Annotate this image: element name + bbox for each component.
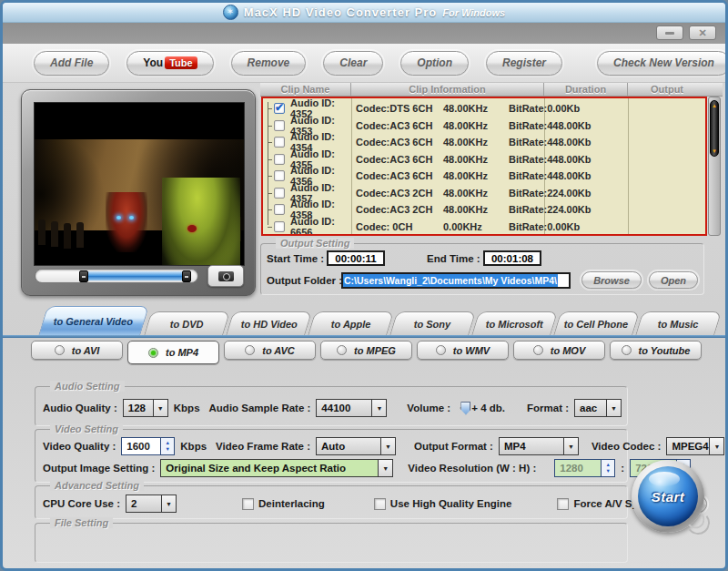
format-tab-label: to AVC bbox=[262, 345, 294, 356]
tab-label: to HD Video bbox=[240, 319, 297, 330]
tab-to-cell-phone[interactable]: to Cell Phone bbox=[553, 311, 640, 336]
minimize-button[interactable] bbox=[656, 25, 683, 40]
chevron-down-icon[interactable] bbox=[563, 438, 578, 454]
remove-button[interactable]: Remove bbox=[231, 51, 307, 76]
spinner-arrows-icon[interactable]: ▲▼ bbox=[601, 460, 614, 476]
frame-rate-dropdown[interactable]: Auto bbox=[316, 437, 396, 455]
sample-rate-dropdown[interactable]: 44100 bbox=[316, 399, 387, 417]
add-file-button[interactable]: Add File bbox=[34, 51, 109, 76]
volume-slider[interactable] bbox=[460, 407, 462, 410]
header-clip-information[interactable]: Clip Information bbox=[351, 83, 544, 96]
format-tab-label: to MOV bbox=[551, 345, 586, 356]
tab-to-microsoft[interactable]: to Microsoft bbox=[471, 311, 558, 336]
format-tab-to-mov[interactable]: to MOV bbox=[513, 341, 605, 360]
tab-label: to Cell Phone bbox=[564, 319, 628, 330]
clip-list-header: Clip Name Clip Information Duration Outp… bbox=[260, 83, 723, 97]
clip-codec: Codec:AC3 6CH bbox=[356, 170, 443, 181]
list-scrollbar[interactable]: ▲ ▼ bbox=[708, 97, 721, 236]
header-clip-name[interactable]: Clip Name bbox=[260, 83, 351, 96]
tab-to-dvd[interactable]: to DVD bbox=[144, 311, 230, 336]
audio-format-dropdown[interactable]: aac bbox=[574, 399, 622, 417]
output-format-dropdown[interactable]: MP4 bbox=[499, 437, 579, 455]
tab-to-sony[interactable]: to Sony bbox=[389, 311, 476, 336]
chevron-down-icon[interactable] bbox=[378, 460, 392, 476]
trim-slider[interactable] bbox=[35, 269, 198, 283]
cpu-core-dropdown[interactable]: 2 bbox=[126, 495, 177, 513]
tab-to-general-video[interactable]: to General Video bbox=[38, 306, 149, 336]
format-tab-to-avi[interactable]: to AVI bbox=[31, 341, 123, 360]
deinterlacing-option: Deinterlacing bbox=[242, 498, 325, 510]
row-checkbox[interactable] bbox=[274, 221, 285, 232]
clip-samplerate: 48.00KHz bbox=[443, 154, 496, 165]
header-output[interactable]: Output bbox=[628, 83, 706, 96]
row-checkbox[interactable] bbox=[274, 188, 285, 199]
clip-samplerate: 48.00KHz bbox=[443, 137, 496, 148]
format-tab-to-mpeg[interactable]: to MPEG bbox=[320, 341, 412, 360]
tab-label: to Music bbox=[658, 319, 699, 330]
row-checkbox[interactable] bbox=[274, 120, 285, 131]
clip-bitrate: BitRate:448.00Kb bbox=[509, 137, 591, 148]
option-button[interactable]: Option bbox=[400, 51, 469, 76]
camera-icon bbox=[218, 271, 234, 281]
people-silhouettes bbox=[38, 219, 46, 245]
clear-button[interactable]: Clear bbox=[323, 51, 383, 76]
tab-to-hd-video[interactable]: to HD Video bbox=[226, 311, 312, 336]
tab-label: to Apple bbox=[331, 319, 371, 330]
chevron-down-icon[interactable] bbox=[371, 400, 386, 416]
format-tab-to-wmv[interactable]: to WMV bbox=[417, 341, 509, 360]
chevron-down-icon[interactable] bbox=[161, 495, 176, 512]
spinner-arrows-icon[interactable]: ▲▼ bbox=[160, 438, 174, 454]
video-setting-legend: Video Setting bbox=[50, 423, 123, 434]
row-checkbox[interactable] bbox=[274, 170, 285, 181]
format-tab-to-youtube[interactable]: to Youtube bbox=[610, 341, 702, 360]
deinterlacing-checkbox[interactable] bbox=[242, 498, 254, 510]
cpu-core-value: 2 bbox=[126, 495, 161, 512]
output-format-label: Output Format : bbox=[414, 441, 493, 452]
video-quality-spinner[interactable]: 1600▲▼ bbox=[121, 437, 175, 455]
video-codec-dropdown[interactable]: MPEG4 bbox=[666, 437, 724, 455]
resolution-width-spinner[interactable]: 1280▲▼ bbox=[554, 459, 615, 477]
start-time-field[interactable]: 00:00:11 bbox=[327, 250, 385, 266]
snapshot-button[interactable] bbox=[207, 265, 244, 287]
table-row[interactable]: Audio ID: 6656 Codec: 0CH 0.00KHz BitRat… bbox=[263, 219, 705, 236]
high-quality-checkbox[interactable] bbox=[374, 498, 386, 510]
clip-codec: Codec:AC3 6CH bbox=[356, 137, 443, 148]
scrollbar-thumb[interactable]: ▲ ▼ bbox=[710, 100, 719, 157]
row-checkbox[interactable] bbox=[274, 154, 285, 165]
trim-range bbox=[81, 271, 189, 280]
app-title: MacX HD Video Converter Pro bbox=[244, 5, 437, 19]
image-setting-dropdown[interactable]: Original Size and Keep Aspect Ratio bbox=[160, 459, 393, 477]
chevron-down-icon[interactable] bbox=[380, 438, 395, 454]
browse-button[interactable]: Browse bbox=[581, 271, 642, 289]
tabs-underline bbox=[3, 335, 725, 338]
youtube-you-label: You bbox=[143, 56, 163, 69]
chevron-down-icon[interactable] bbox=[606, 400, 621, 416]
output-folder-field[interactable]: C:\Users\Wangli_2\Documents\My Videos\MP… bbox=[341, 272, 571, 289]
force-av-sync-checkbox[interactable] bbox=[557, 498, 569, 510]
check-new-version-button[interactable]: Check New Version bbox=[597, 51, 728, 76]
format-tab-to-mp4[interactable]: to MP4 bbox=[127, 341, 219, 364]
end-time-field[interactable]: 00:01:08 bbox=[483, 250, 541, 266]
row-checkbox[interactable] bbox=[274, 103, 285, 114]
close-button[interactable]: ✕ bbox=[689, 25, 716, 40]
register-button[interactable]: Register bbox=[486, 51, 562, 76]
header-duration[interactable]: Duration bbox=[544, 83, 628, 96]
format-tab-to-avc[interactable]: to AVC bbox=[224, 341, 316, 360]
trim-end-handle[interactable] bbox=[182, 270, 191, 282]
row-checkbox[interactable] bbox=[274, 137, 285, 148]
red-robot-figure bbox=[106, 192, 147, 252]
chevron-down-icon[interactable] bbox=[709, 438, 723, 454]
audio-quality-value: 128 bbox=[124, 400, 153, 416]
trim-start-handle[interactable] bbox=[79, 270, 88, 282]
audio-format-value: aac bbox=[575, 400, 606, 416]
tab-to-music[interactable]: to Music bbox=[635, 311, 722, 336]
open-button[interactable]: Open bbox=[649, 271, 698, 289]
youtube-button[interactable]: YouTube bbox=[126, 51, 213, 76]
chevron-down-icon[interactable] bbox=[153, 400, 167, 416]
audio-quality-dropdown[interactable]: 128 bbox=[123, 399, 168, 417]
volume-slider-thumb[interactable] bbox=[460, 402, 470, 415]
tab-to-apple[interactable]: to Apple bbox=[308, 311, 394, 336]
advanced-setting-group: Advanced Setting CPU Core Use : 2 Deinte… bbox=[35, 485, 628, 519]
row-checkbox[interactable] bbox=[274, 204, 285, 215]
clip-name: Audio ID: 6656 bbox=[290, 216, 352, 236]
